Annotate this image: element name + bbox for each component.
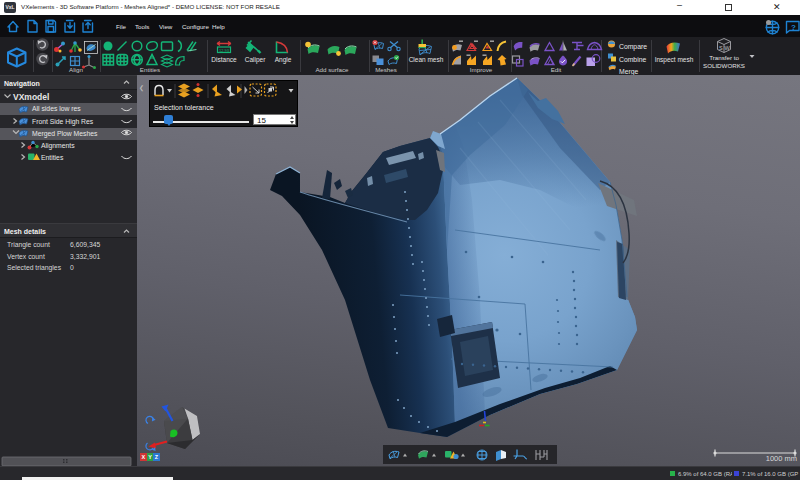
svg-text:?: ?	[791, 23, 796, 32]
svg-text:12.93: 12.93	[219, 48, 230, 53]
svg-text:W: W	[725, 45, 731, 51]
svg-text:S: S	[719, 45, 723, 51]
